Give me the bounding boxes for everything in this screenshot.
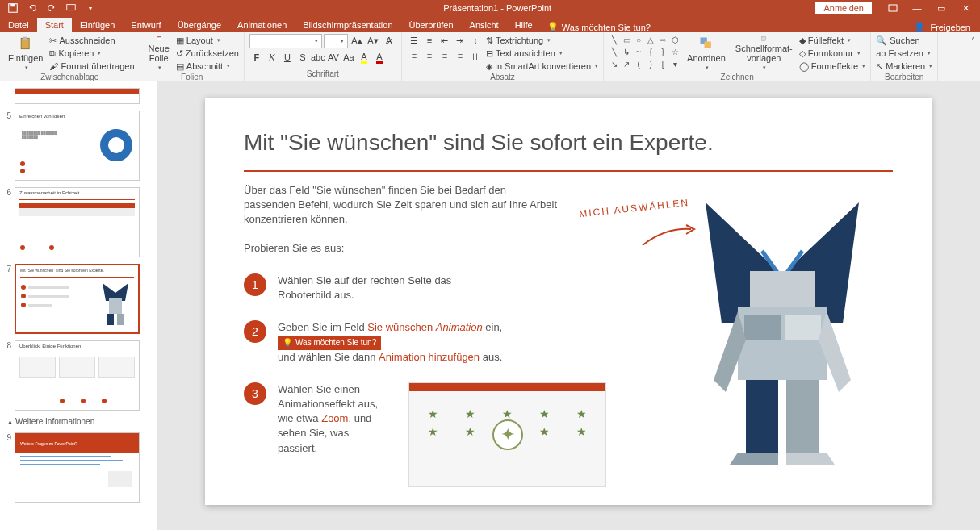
new-slide-icon xyxy=(150,35,168,42)
shape-elbow[interactable]: ↳ xyxy=(621,46,632,57)
share-button[interactable]: 👤 Freigeben xyxy=(914,22,980,32)
spacing-button[interactable]: AV xyxy=(326,51,341,64)
shape-outline-button[interactable]: ◇Formkontur▾ xyxy=(799,47,866,60)
slide-thumbnail-9[interactable]: Weitere Fragen zu PowerPoint? xyxy=(15,432,140,503)
bold-button[interactable]: F xyxy=(249,51,264,64)
tab-help[interactable]: Hilfe xyxy=(507,18,541,32)
shrink-font-button[interactable]: A▾ xyxy=(366,34,380,47)
robot-image[interactable] xyxy=(681,202,883,477)
shape-brace2[interactable]: } xyxy=(657,46,668,57)
collapse-ribbon-button[interactable]: ˄ xyxy=(966,32,980,81)
case-button[interactable]: Aa xyxy=(341,51,356,64)
shape-brace[interactable]: { xyxy=(645,46,656,57)
tab-insert[interactable]: Einfügen xyxy=(72,18,123,32)
numbering-button[interactable]: ≡ xyxy=(422,34,437,47)
shape-brack[interactable]: [ xyxy=(657,58,668,69)
tab-design[interactable]: Entwurf xyxy=(123,18,169,32)
font-size-input[interactable]: ▾ xyxy=(324,34,348,48)
undo-button[interactable] xyxy=(24,1,40,15)
slide-thumbnail-6[interactable]: Zusammenarbeit in Echtzeit xyxy=(15,187,140,257)
shadow-button[interactable]: abc xyxy=(311,51,325,64)
section-header-more[interactable]: ▴ Weitere Informationen xyxy=(0,414,157,429)
justify-button[interactable]: ≡ xyxy=(453,49,467,62)
arrange-button[interactable]: Anordnen▾ xyxy=(684,34,729,73)
slide-thumbnail-8[interactable]: Überblick: Einige Funktionen xyxy=(15,340,140,411)
shape-rect[interactable]: ▭ xyxy=(621,34,632,45)
tab-slideshow[interactable]: Bildschirmpräsentation xyxy=(295,18,400,32)
tab-transitions[interactable]: Übergänge xyxy=(170,18,229,32)
slide-thumbnail-4[interactable] xyxy=(15,88,140,104)
save-button[interactable] xyxy=(5,1,21,15)
shape-oval[interactable]: ○ xyxy=(633,34,644,45)
replace-button[interactable]: abErsetzen▾ xyxy=(876,47,932,60)
ribbon-options-button[interactable] xyxy=(882,1,904,15)
clear-format-button[interactable]: A̷ xyxy=(382,34,396,47)
find-button[interactable]: 🔍Suchen xyxy=(876,34,932,47)
shape-star[interactable]: ☆ xyxy=(669,46,681,57)
shape-effects-button[interactable]: ◯Formeffekte▾ xyxy=(799,60,866,73)
paste-button[interactable]: Einfügen ▾ xyxy=(5,34,46,73)
tab-animations[interactable]: Animationen xyxy=(229,18,295,32)
text-direction-button[interactable]: ⇅Textrichtung▾ xyxy=(486,34,598,47)
start-from-beginning-button[interactable] xyxy=(63,1,79,15)
grow-font-button[interactable]: A▴ xyxy=(350,34,364,47)
shape-connector2[interactable]: ↗ xyxy=(621,58,632,69)
new-slide-button[interactable]: Neue Folie ▾ xyxy=(145,34,173,73)
svg-rect-13 xyxy=(117,314,124,325)
shape-line2[interactable]: ╲ xyxy=(609,46,620,57)
minimize-button[interactable]: — xyxy=(906,1,928,15)
slide-thumbnail-7[interactable]: Mit "Sie wünschen" sind Sie sofort ein E… xyxy=(15,264,140,334)
columns-button[interactable]: ⫼ xyxy=(468,49,483,62)
slide-canvas-area[interactable]: Mit "Sie wünschen" sind Sie sofort ein E… xyxy=(157,81,980,530)
align-text-button[interactable]: ⊟Text ausrichten▾ xyxy=(486,47,598,60)
outdent-button[interactable]: ⇤ xyxy=(438,34,452,47)
smartart-button[interactable]: ◈In SmartArt konvertieren▾ xyxy=(486,60,598,73)
reset-button[interactable]: ↺Zurücksetzen xyxy=(176,47,239,60)
align-left-button[interactable]: ≡ xyxy=(407,49,421,62)
align-center-button[interactable]: ≡ xyxy=(422,49,437,62)
quick-styles-button[interactable]: Schnellformat- vorlagen▾ xyxy=(732,34,796,73)
slide-7[interactable]: Mit "Sie wünschen" sind Sie sofort ein E… xyxy=(205,98,932,505)
italic-button[interactable]: K xyxy=(265,51,279,64)
layout-button[interactable]: ▦Layout▾ xyxy=(176,34,239,47)
redo-button[interactable] xyxy=(44,1,60,15)
slide-thumbnail-pane[interactable]: 5 Einreichen von Ideen ████████ ███████ … xyxy=(0,81,157,530)
section-button[interactable]: ▤Abschnitt▾ xyxy=(176,60,239,73)
copy-button[interactable]: ⧉Kopieren▾ xyxy=(49,47,134,60)
indent-button[interactable]: ⇥ xyxy=(453,34,467,47)
shape-line[interactable]: ╲ xyxy=(609,34,620,45)
select-button[interactable]: ↖Markieren▾ xyxy=(876,60,932,73)
maximize-button[interactable]: ▭ xyxy=(930,1,953,15)
qat-customize-button[interactable]: ▾ xyxy=(82,1,98,15)
font-color-button[interactable]: A xyxy=(372,51,387,64)
linespacing-button[interactable]: ↕ xyxy=(468,34,483,47)
highlight-button[interactable]: A xyxy=(357,51,371,64)
shape-arrow-r[interactable]: ⇨ xyxy=(657,34,668,45)
shape-tri[interactable]: △ xyxy=(645,34,656,45)
shape-fill-button[interactable]: ◆Fülleffekt▾ xyxy=(799,34,866,47)
ribbon-tabs: Datei Start Einfügen Entwurf Übergänge A… xyxy=(0,16,980,32)
tab-file[interactable]: Datei xyxy=(0,18,37,32)
font-family-input[interactable]: ▾ xyxy=(249,34,322,48)
shapes-gallery[interactable]: ╲ ▭ ○ △ ⇨ ⬡ ╲ ↳ ～ { } ☆ ↘ ↗ ( ) [ ▾ xyxy=(609,34,681,73)
shape-paren[interactable]: ( xyxy=(633,58,644,69)
callout-text: MICH AUSWÄHLEN xyxy=(578,197,689,219)
shape-connector[interactable]: ↘ xyxy=(609,58,620,69)
strike-button[interactable]: S xyxy=(295,51,310,64)
cut-button[interactable]: ✂Ausschneiden xyxy=(49,34,134,47)
shape-paren2[interactable]: ) xyxy=(645,58,656,69)
format-painter-button[interactable]: 🖌Format übertragen xyxy=(49,60,134,73)
tell-me-search[interactable]: 💡 Was möchten Sie tun? xyxy=(541,22,657,32)
shape-hex[interactable]: ⬡ xyxy=(669,34,681,45)
tab-review[interactable]: Überprüfen xyxy=(401,18,462,32)
close-button[interactable]: ✕ xyxy=(954,1,977,15)
shapes-more[interactable]: ▾ xyxy=(669,58,681,69)
sign-in-button[interactable]: Anmelden xyxy=(815,2,872,14)
underline-button[interactable]: U xyxy=(280,51,295,64)
tab-view[interactable]: Ansicht xyxy=(462,18,507,32)
align-right-button[interactable]: ≡ xyxy=(438,49,452,62)
slide-thumbnail-5[interactable]: Einreichen von Ideen ████████ ███████ ██… xyxy=(15,111,140,181)
tab-start[interactable]: Start xyxy=(37,18,72,32)
shape-curve[interactable]: ～ xyxy=(633,46,644,57)
bullets-button[interactable]: ☰ xyxy=(407,34,421,47)
